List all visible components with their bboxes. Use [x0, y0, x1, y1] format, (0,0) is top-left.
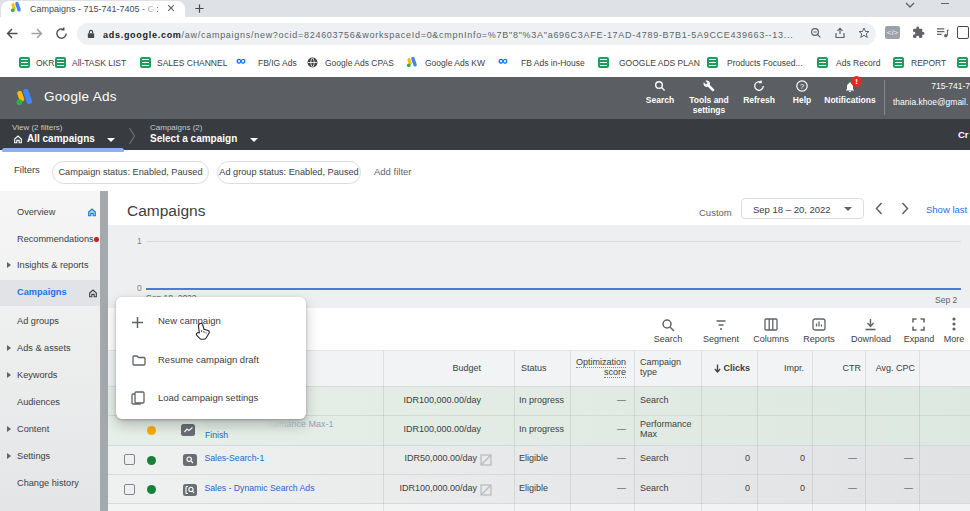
svg-text:?: ? — [800, 82, 805, 91]
